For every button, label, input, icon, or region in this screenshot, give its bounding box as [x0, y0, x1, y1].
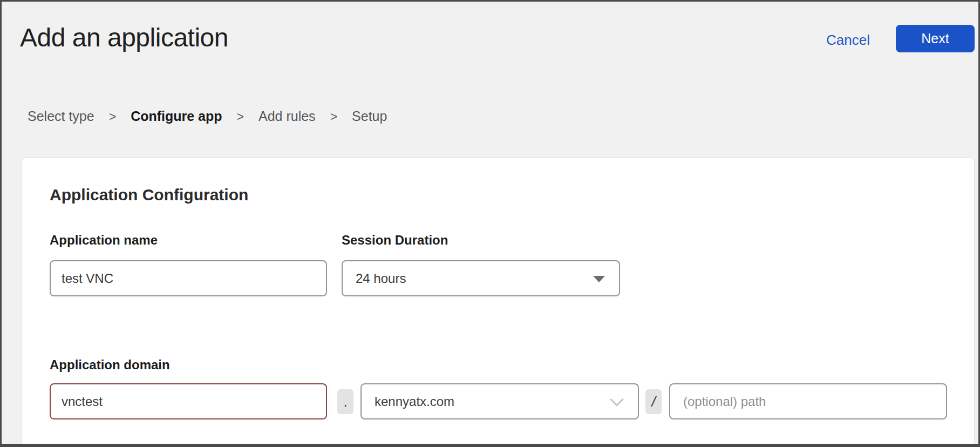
- breadcrumb-separator: >: [330, 108, 337, 125]
- session-duration-value: 24 hours: [356, 271, 406, 286]
- application-domain-label: Application domain: [50, 357, 170, 373]
- domain-select[interactable]: kennyatx.com: [360, 383, 639, 419]
- cancel-button[interactable]: Cancel: [826, 32, 870, 48]
- domain-select-value: kennyatx.com: [375, 394, 454, 409]
- application-configuration-card: Application Configuration Application na…: [21, 157, 975, 447]
- breadcrumb: Select type > Configure app > Add rules …: [28, 107, 387, 125]
- breadcrumb-separator: >: [237, 108, 244, 125]
- step-select-type[interactable]: Select type: [28, 107, 94, 125]
- application-name-input[interactable]: [50, 260, 327, 296]
- next-button[interactable]: Next: [896, 25, 975, 52]
- breadcrumb-separator: >: [109, 108, 116, 125]
- step-add-rules[interactable]: Add rules: [258, 107, 316, 125]
- subdomain-input[interactable]: [50, 383, 327, 419]
- dot-separator: .: [337, 389, 353, 414]
- session-duration-select[interactable]: 24 hours: [342, 260, 620, 296]
- chevron-down-icon: [610, 392, 623, 406]
- path-input[interactable]: [669, 383, 947, 419]
- slash-separator: /: [645, 389, 662, 414]
- section-heading: Application Configuration: [50, 185, 248, 205]
- step-configure-app[interactable]: Configure app: [131, 107, 222, 125]
- page-title: Add an application: [20, 22, 228, 53]
- application-name-label: Application name: [50, 232, 158, 248]
- add-application-page: Add an application Cancel Next Select ty…: [0, 0, 980, 447]
- step-setup[interactable]: Setup: [352, 107, 387, 125]
- session-duration-label: Session Duration: [342, 232, 448, 248]
- caret-down-icon: [593, 276, 605, 282]
